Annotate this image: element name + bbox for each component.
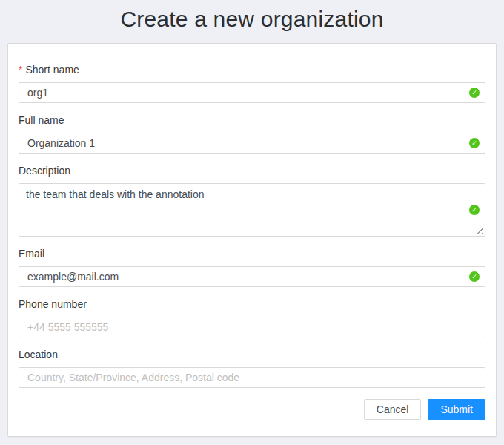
- field-full-name: Full name ✓: [19, 114, 485, 154]
- success-check-icon: ✓: [469, 88, 480, 98]
- form-actions: Cancel Submit: [19, 399, 485, 420]
- email-input-wrap: ✓: [19, 266, 485, 287]
- create-organization-page: Create a new organization *Short name ✓ …: [0, 7, 504, 437]
- full-name-input-wrap: ✓: [19, 133, 485, 154]
- description-input-wrap: the team that deals with the annotation …: [19, 183, 485, 237]
- field-description: Description the team that deals with the…: [19, 165, 485, 237]
- email-input[interactable]: [19, 266, 485, 287]
- field-location: Location: [19, 349, 485, 388]
- organization-form-card: *Short name ✓ Full name ✓ Description th…: [7, 43, 497, 437]
- page-title: Create a new organization: [0, 7, 504, 32]
- field-email: Email ✓: [19, 248, 485, 287]
- email-label-text: Email: [19, 248, 44, 260]
- phone-number-input-wrap: [19, 317, 485, 337]
- success-check-icon: ✓: [469, 138, 480, 148]
- description-label-text: Description: [19, 165, 70, 177]
- phone-number-input[interactable]: [19, 317, 485, 337]
- location-input-wrap: [19, 367, 485, 388]
- description-textarea[interactable]: the team that deals with the annotation: [19, 183, 485, 237]
- phone-number-label: Phone number: [19, 298, 485, 310]
- field-short-name: *Short name ✓: [19, 64, 485, 103]
- short-name-input[interactable]: [19, 82, 485, 103]
- location-input[interactable]: [19, 367, 485, 388]
- full-name-label-text: Full name: [19, 114, 64, 126]
- cancel-button[interactable]: Cancel: [364, 399, 422, 420]
- submit-button[interactable]: Submit: [428, 399, 485, 420]
- short-name-input-wrap: ✓: [19, 82, 485, 103]
- success-check-icon: ✓: [469, 271, 480, 282]
- full-name-label: Full name: [19, 114, 485, 126]
- success-check-icon: ✓: [469, 205, 480, 215]
- phone-number-label-text: Phone number: [19, 298, 87, 310]
- description-label: Description: [19, 165, 485, 177]
- short-name-label: *Short name: [19, 64, 485, 76]
- field-phone-number: Phone number: [19, 298, 485, 337]
- location-label: Location: [19, 349, 485, 360]
- full-name-input[interactable]: [19, 133, 485, 154]
- required-asterisk: *: [19, 64, 22, 76]
- short-name-label-text: Short name: [25, 64, 79, 76]
- email-label: Email: [19, 248, 485, 260]
- location-label-text: Location: [19, 349, 58, 360]
